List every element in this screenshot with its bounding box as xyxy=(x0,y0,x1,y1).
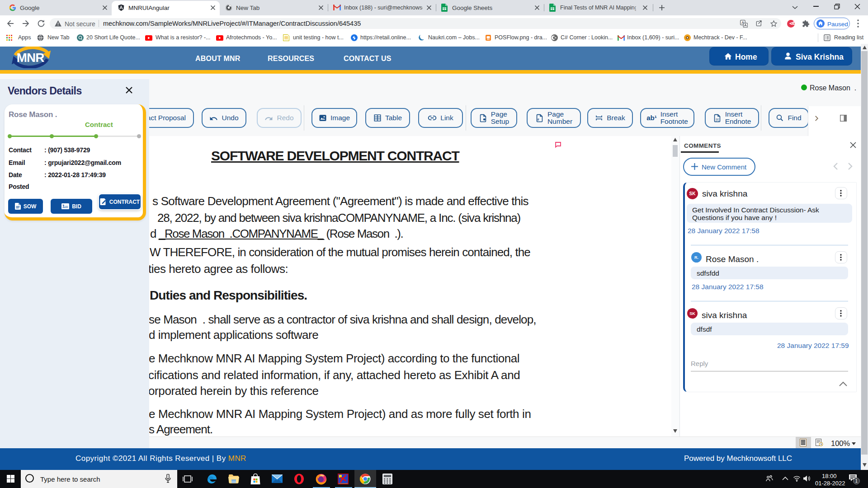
svg-text:[ii]: [ii] xyxy=(716,118,719,122)
svg-text:#: # xyxy=(537,117,539,122)
svg-text:MNR: MNR xyxy=(17,51,44,65)
